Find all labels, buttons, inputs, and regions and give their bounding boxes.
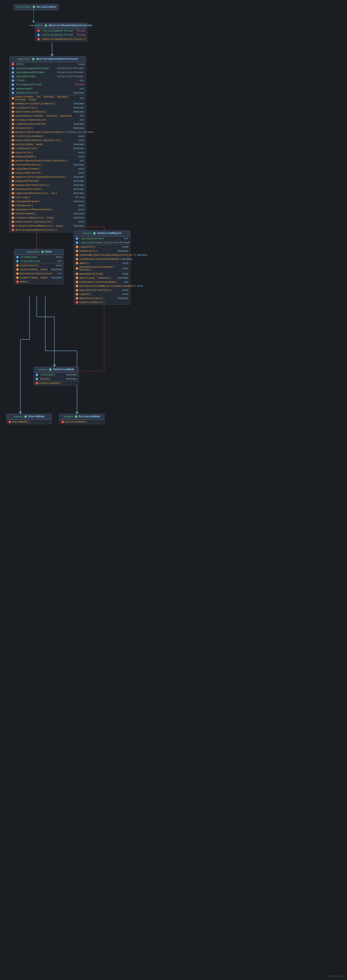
co-m5: m await() void: [74, 261, 130, 265]
conditionnode-icon: C: [49, 368, 52, 371]
aos-m1-icon: !: [37, 38, 40, 40]
aos-f2-icon: p: [37, 33, 40, 36]
co-m3: m isOwnedBy(AbstractQueuedSynchronizer?)…: [74, 253, 130, 257]
aos-f1-name: exclusiveOwnerThread: [43, 29, 75, 32]
aqs-m32: m tryAcquireSharedNanos(int, long) boole…: [10, 224, 86, 228]
aqs-m10: m tryInitializeHead() void: [10, 134, 86, 138]
node-m2: m casPrev(Node, Node) boolean: [14, 267, 64, 272]
aqs-f3: p sharedQueuedThreads Collection<Thread>: [10, 70, 86, 75]
node-header: «abstract» C Node: [14, 249, 64, 255]
cn-f2: p block() boolean: [34, 377, 78, 381]
abstractownable-title: AbstractOwnableSynchronizer: [49, 24, 93, 27]
sn-m1: ! SharedNode(): [6, 420, 51, 424]
aqs-m20: m apparentlyFirstQueuedIsExclusive() boo…: [10, 175, 86, 179]
cn-m1: ! ConditionNode(): [34, 381, 78, 385]
co-m10: m unlinkCancelledWaiters(ConditionNode?)…: [74, 284, 130, 288]
aqs-m13: m tryRelease(int) boolean: [10, 146, 86, 151]
serializable-stereotype: «interface»: [16, 6, 31, 8]
aqs-m25: m toString() String: [10, 195, 86, 199]
co-m7: m awaitNanos(long) long: [74, 272, 130, 276]
aqs-f2: p exclusiveQueuedThreads Collection<Thre…: [10, 66, 86, 70]
co-m11: m awaitUninterruptibly() void: [74, 288, 130, 292]
aos-field-2: p t exclusiveOwnerThread Thread: [35, 33, 87, 37]
node-f2: p statusRelaxed int: [14, 259, 64, 263]
aos-method-1: ! t AbstractOwnableSynchronizer(): [35, 37, 87, 41]
sharednode-header: «inner» C SharedNode: [6, 414, 51, 420]
node-m4: m casNext(Node, Node) boolean: [14, 276, 64, 280]
aqs-f1-icon: f: [11, 63, 14, 66]
co-m12: m signal() void: [74, 292, 130, 296]
aqs-m1: m acquire(Node, int, boolean, boolean, b…: [10, 95, 86, 102]
aqs-m24: m compareAndSetState(int, int) boolean: [10, 191, 86, 195]
aqs-m7: m tryReleaseShared(int) boolean: [10, 122, 86, 126]
serializable-title: Serializable: [37, 5, 56, 9]
aqs-f2-icon: p: [11, 67, 14, 70]
aqs-f7-icon: p: [11, 88, 14, 90]
exclusivenode-header: «inner» C ExclusiveNode: [59, 414, 104, 420]
aqs-m31: m acquireInterruptibly(int) void: [10, 220, 86, 224]
aqs-f4: p queuedThreads Collection<Thread>: [10, 75, 86, 78]
node-m5: ! Node(): [14, 280, 64, 284]
serializable-box: «interface» C Serializable: [14, 4, 59, 10]
aqs-m8: m release(int) boolean: [10, 126, 86, 130]
aqs-m12: m casTail(Node, Node) boolean: [10, 142, 86, 146]
svg-marker-3: [51, 54, 53, 56]
conditionobject-box: «inner» C ConditionObject p t waitQueueL…: [74, 231, 130, 305]
aos-m1-mod: t: [41, 38, 42, 40]
watermark: CSDN @Mojicoo: [327, 975, 345, 978]
aqs-m26: m isEnqueued(Node?) boolean: [10, 199, 86, 204]
co-m8: m await(long, TimeUnit) boolean: [74, 276, 130, 280]
abstractownable-icon: C: [45, 24, 47, 27]
aqs-header: «abstract» C AbstractQueuedSynchronizer: [10, 56, 86, 62]
aqs-m3: m tryAcquire(int) boolean: [10, 106, 86, 110]
aqs-f4-icon: p: [11, 75, 14, 78]
aqs-m4: m owns(ConditionObject) boolean: [10, 110, 86, 114]
svg-marker-15: [53, 365, 56, 367]
co-m4: m canReacquire(ConditionNode?) boolean: [74, 257, 130, 261]
aos-f2-name: exclusiveOwnerThread: [43, 33, 75, 36]
conditionobject-icon: C: [93, 232, 96, 235]
conditionobject-title: ConditionObject: [97, 232, 122, 235]
aqs-m15: m enqueue(Node?) void: [10, 154, 86, 159]
aqs-f6: p firstQueuedThread Thread: [10, 83, 86, 87]
abstractownable-stereotype: «abstract»: [30, 24, 43, 27]
co-f1: p t waitQueueLength int: [74, 237, 130, 240]
aos-field-1: ! t exclusiveOwnerThread Thread: [35, 29, 87, 33]
co-m6: m doSignal(ConditionNode?, boolean) void: [74, 265, 130, 272]
conditionnode-header: «inner» C ConditionNode: [34, 367, 78, 372]
aqs-m2: m hasWaiters(ConditionObject) boolean: [10, 102, 86, 106]
aqs-m30: m tryAcquireNanos(int, long) boolean: [10, 216, 86, 220]
node-title: Node: [45, 250, 52, 253]
node-m1: m clearStatus() void: [14, 263, 64, 267]
sharednode-title: SharedNode: [28, 415, 45, 418]
conditionnode-box: «inner» C ConditionNode p releasable boo…: [34, 367, 79, 385]
serializable-header: «interface» C Serializable: [14, 4, 59, 10]
aqs-m23: m hasQueuedThreads() boolean: [10, 187, 86, 191]
aqs-f5: p t STATE int: [10, 78, 86, 83]
aqs-f3-icon: p: [11, 71, 14, 74]
aqs-m22: m hasQueuedPredecessors() boolean: [10, 183, 86, 187]
svg-marker-19: [19, 412, 21, 414]
serializable-icon: C: [33, 6, 35, 8]
conditionnode-stereotype: «inner»: [38, 369, 48, 371]
aqs-m29: m hasContended() boolean: [10, 212, 86, 216]
aos-m1-name: AbstractOwnableSynchronizer(): [43, 38, 86, 40]
aqs-f5-icon: p: [11, 79, 14, 82]
aqs-f8-icon: p: [11, 91, 14, 94]
conditionobject-header: «inner» C ConditionObject: [74, 231, 130, 236]
aqs-m17: m releaseShared(int) boolean: [10, 163, 86, 167]
conditionobject-stereotype: «inner»: [82, 232, 92, 235]
diagram-container: «interface» C Serializable «abstract» C …: [0, 0, 347, 980]
co-m1: m signalAll() void: [74, 245, 130, 249]
aos-f1-type: Thread: [76, 29, 85, 32]
exclusivenode-title: ExclusiveNode: [79, 415, 100, 418]
aqs-title: AbstractQueuedSynchronizer: [36, 57, 78, 60]
aqs-m6: m tryAcquireShared(int) int: [10, 118, 86, 122]
sharednode-icon: C: [24, 415, 27, 418]
svg-marker-23: [76, 412, 78, 414]
aos-f2-type: Thread: [76, 33, 85, 36]
co-f2: p t waitingThreads Collection<Thread>: [74, 240, 130, 245]
exclusivenode-stereotype: «inner»: [64, 415, 74, 418]
abstractownable-box: «abstract» C AbstractOwnableSynchronizer…: [35, 22, 87, 41]
node-icon: C: [41, 251, 44, 253]
